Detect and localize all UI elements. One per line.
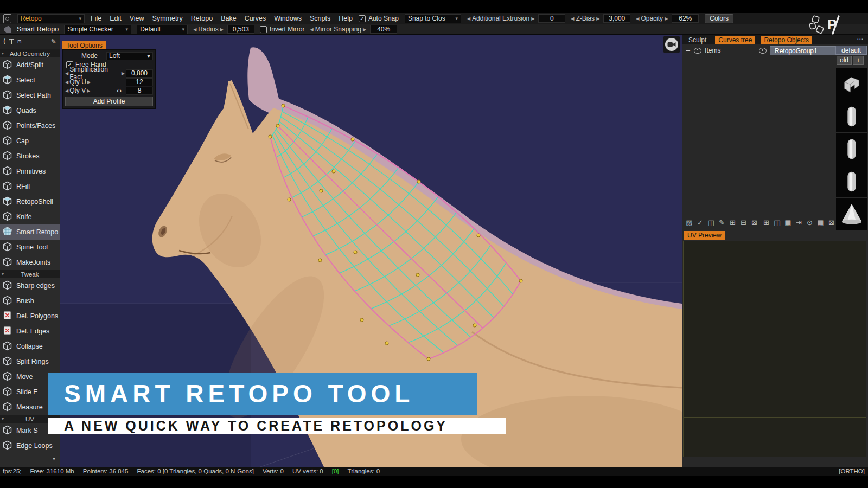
stepper-left-icon[interactable]: ◀ <box>65 71 68 76</box>
mesh-control-point[interactable] <box>360 318 363 322</box>
menu-edit[interactable]: Edit <box>110 15 122 22</box>
sidebar-item-spine-tool[interactable]: Spine Tool <box>0 240 60 255</box>
sidebar-item-sharp-edges[interactable]: Sharp edges <box>0 278 60 293</box>
menu-help[interactable]: Help <box>339 15 353 22</box>
mesh-control-point[interactable] <box>288 198 291 201</box>
sidebar-item-collapse[interactable]: Collapse <box>0 339 60 354</box>
sidebar-item-quads[interactable]: Quads <box>0 103 60 118</box>
additional-extrusion-stepper[interactable]: ◀Additional Extrusion▶0 <box>467 14 565 23</box>
snap-mode-select[interactable]: Snap to Clos ▾ <box>405 14 461 23</box>
sidebar-item-del-polygons[interactable]: Del. Polygons <box>0 309 60 324</box>
stepper-left-icon[interactable]: ◀ <box>467 16 470 21</box>
simplification-value[interactable]: 0,800 <box>126 69 153 78</box>
stepper-left-icon[interactable]: ◀ <box>636 16 639 21</box>
invert-mirror-checkbox[interactable]: Invert Mirror <box>260 25 305 33</box>
sidebar-item-rfill[interactable]: RFill <box>0 179 60 194</box>
add-profile-button[interactable]: Add Profile <box>65 97 153 106</box>
opacity-stepper[interactable]: ◀Opacity▶62% <box>636 14 699 23</box>
checker-select[interactable]: Simple Checker ▾ <box>64 25 131 34</box>
stepper-left-icon[interactable]: ◀ <box>65 88 68 93</box>
mesh-control-point[interactable] <box>351 138 354 141</box>
pencil-icon[interactable]: ✎ <box>51 38 56 46</box>
text-tool-icon[interactable]: T <box>9 37 14 47</box>
sidebar-item-edge-loops[interactable]: Edge Loops <box>0 438 60 453</box>
z-bias-stepper[interactable]: ◀Z-Bias▶3,000 <box>571 14 630 23</box>
radius-stepper[interactable]: ◀ Radius ▶ 0,503 <box>193 25 254 34</box>
primitive-thumb-capsule[interactable] <box>836 133 867 165</box>
grid-icon[interactable]: ▦ <box>784 219 792 227</box>
stepper-left-icon[interactable]: ◀ <box>193 27 196 32</box>
stepper-left-icon[interactable]: ◀ <box>571 16 574 21</box>
menu-symmetry[interactable]: Symmetry <box>152 15 183 22</box>
overflow-menu-icon[interactable]: ⋯ <box>857 35 864 43</box>
sidebar-item-cap[interactable]: Cap <box>0 133 60 149</box>
sidebar-item-strokes[interactable]: Strokes <box>0 149 60 164</box>
table-icon[interactable]: ▦ <box>816 219 825 227</box>
menu-bake[interactable]: Bake <box>221 15 237 22</box>
section-header-tweak[interactable]: ▾Tweak <box>0 270 60 278</box>
menu-windows[interactable]: Windows <box>274 15 302 22</box>
stepper-left-icon[interactable]: ◀ <box>310 27 313 32</box>
qty-v-value[interactable]: 8 <box>126 87 153 95</box>
tool-options-tab[interactable]: Tool Options <box>62 41 106 49</box>
menu-curves[interactable]: Curves <box>245 15 266 22</box>
z-bias-value[interactable]: 3,000 <box>603 14 630 23</box>
remove-object-icon[interactable]: ⊠ <box>827 219 835 227</box>
apply-icon[interactable]: ✓ <box>696 219 704 227</box>
sidebar-item-brush[interactable]: Brush <box>0 293 60 309</box>
mirror-snapping-stepper[interactable]: ◀ Mirror Snapping ▶ 40% <box>310 25 397 34</box>
sidebar-item-primitives[interactable]: Primitives <box>0 164 60 179</box>
menu-view[interactable]: View <box>130 15 144 22</box>
room-select[interactable]: Retopo ▾ <box>17 14 85 23</box>
add-preset-button[interactable]: + <box>853 56 864 65</box>
primitive-thumb-cone[interactable] <box>836 198 867 230</box>
sync-icon[interactable]: ⊙ <box>806 219 814 227</box>
tab-curves-tree[interactable]: Curves tree <box>715 36 755 44</box>
mesh-control-point[interactable] <box>354 251 357 254</box>
stepper-right-icon[interactable]: ▶ <box>596 16 599 21</box>
duplicate-icon[interactable]: ◫ <box>707 219 715 227</box>
sidebar-item-split-rings[interactable]: Split Rings <box>0 354 60 369</box>
sidebar-item-points-faces[interactable]: Points/Faces <box>0 118 60 133</box>
stepper-right-icon[interactable]: ▶ <box>220 27 224 32</box>
sidebar-item-select-path[interactable]: Select Path <box>0 88 60 103</box>
add-object-icon[interactable]: ⊞ <box>762 219 770 227</box>
copy-object-icon[interactable]: ◫ <box>773 219 781 227</box>
merge-layer-icon[interactable]: ⊟ <box>739 219 748 227</box>
mesh-control-point[interactable] <box>318 259 322 262</box>
sidebar-item-knife[interactable]: Knife <box>0 209 60 224</box>
menu-retopo[interactable]: Retopo <box>191 15 213 22</box>
colors-button[interactable]: Colors <box>705 14 733 23</box>
mesh-control-point[interactable] <box>282 104 285 107</box>
sidebar-item-makejoints[interactable]: MakeJoints <box>0 255 60 270</box>
mesh-control-point[interactable] <box>416 273 419 277</box>
mode-select[interactable]: Loft ▾ <box>106 52 153 60</box>
mesh-control-point[interactable] <box>269 135 272 138</box>
qty-v-stepper[interactable]: ◀ Qty V ▶ ↔ 8 <box>65 86 153 95</box>
mirror-snapping-value[interactable]: 40% <box>370 25 397 34</box>
scroll-more-icon[interactable]: ▾ <box>53 455 55 461</box>
rename-icon[interactable]: ✎ <box>718 219 726 227</box>
stepper-right-icon[interactable]: ▶ <box>122 71 125 76</box>
section-header-add-geometry[interactable]: ▾Add Geometry <box>0 49 60 57</box>
collapse-icon[interactable]: − <box>685 47 691 54</box>
uv-preview-tab[interactable]: UV Preview <box>684 231 725 240</box>
delete-layer-icon[interactable]: ⊠ <box>750 219 758 227</box>
stepper-right-icon[interactable]: ▶ <box>531 16 534 21</box>
sidebar-item-add-split[interactable]: Add/Split <box>0 57 60 73</box>
menu-file[interactable]: File <box>91 15 101 22</box>
stepper-right-icon[interactable]: ▶ <box>87 80 91 85</box>
mesh-control-point[interactable] <box>473 324 476 327</box>
sidebar-item-del-edges[interactable]: Del. Edges <box>0 324 60 339</box>
visibility-eye-icon[interactable] <box>759 48 767 54</box>
mesh-control-point[interactable] <box>477 234 480 237</box>
stepper-right-icon[interactable]: ▶ <box>87 88 90 93</box>
menu-scripts[interactable]: Scripts <box>310 15 330 22</box>
mesh-control-point[interactable] <box>519 279 522 282</box>
primitive-thumb-capsule[interactable] <box>836 165 867 197</box>
tab-sculpt[interactable]: Sculpt <box>685 36 710 44</box>
stepper-left-icon[interactable]: ◀ <box>65 80 68 85</box>
mesh-control-point[interactable] <box>385 342 388 345</box>
mesh-control-point[interactable] <box>276 124 279 127</box>
mesh-control-point[interactable] <box>417 180 420 183</box>
